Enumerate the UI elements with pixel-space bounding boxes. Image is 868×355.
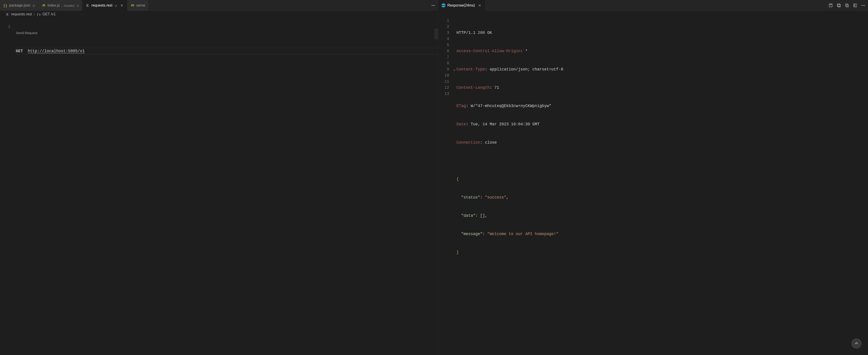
- minimap-slider[interactable]: [434, 29, 438, 39]
- svg-point-27: [864, 5, 865, 6]
- line-number-gutter: 1: [0, 17, 16, 355]
- left-tabbar: {} package.json U JS index.js ...\routes…: [0, 0, 438, 11]
- rest-response-icon: REST: [441, 3, 445, 7]
- tab-modified-indicator: U: [76, 4, 79, 7]
- right-editor[interactable]: 12345678910111213 ⌄ HTTP/1.1 200 OK Acce…: [438, 17, 868, 355]
- tab-requests-rest[interactable]: requests.rest U: [83, 0, 127, 11]
- tab-modified-indicator: U: [33, 4, 35, 7]
- tab-subpath: ...\routes: [61, 4, 74, 7]
- tab-label: package.json: [9, 3, 30, 7]
- split-editor-icon[interactable]: [852, 3, 858, 8]
- tab-overflow-button[interactable]: [431, 3, 436, 8]
- close-icon[interactable]: [120, 3, 124, 7]
- svg-point-6: [432, 5, 432, 6]
- tab-response[interactable]: REST Response(24ms): [438, 0, 485, 11]
- tab-package-json[interactable]: {} package.json U: [0, 0, 38, 11]
- tab-label: index.js: [48, 3, 60, 7]
- line-number-gutter: 12345678910111213: [438, 17, 452, 355]
- code-line[interactable]: }: [456, 249, 868, 255]
- tab-label: Response(24ms): [447, 3, 475, 7]
- tab-index-js[interactable]: JS index.js ...\routes U: [38, 0, 82, 11]
- js-icon: JS: [41, 3, 46, 7]
- js-icon: JS: [130, 3, 134, 7]
- code-line[interactable]: GET http://localhost:5005/v1: [16, 48, 438, 54]
- svg-rect-10: [6, 14, 8, 14]
- copy-icon[interactable]: [844, 3, 849, 8]
- right-tabbar: REST Response(24ms): [438, 0, 868, 11]
- symbol-function-icon: ƒ𝑥: [37, 12, 41, 16]
- rest-file-icon: [6, 13, 9, 16]
- chevron-right-icon: ›: [34, 12, 35, 16]
- tab-modified-indicator: U: [115, 4, 117, 7]
- tab-label: requests.rest: [92, 3, 112, 7]
- svg-rect-18: [846, 5, 848, 7]
- svg-point-26: [863, 5, 864, 6]
- code-line[interactable]: "message": "Welcome to our API homepage!…: [456, 231, 868, 237]
- code-line[interactable]: Connection: close: [456, 140, 868, 146]
- breadcrumb[interactable]: requests.rest › ƒ𝑥 GET /v1: [0, 11, 438, 17]
- code-line[interactable]: ETag: W/"47-mhcuteqQEkb3cw+nyCKWpnigbyw": [456, 103, 868, 109]
- code-line[interactable]: Content-Type: application/json; charset=…: [456, 66, 868, 72]
- fold-gutter: ⌄: [452, 17, 456, 355]
- svg-point-8: [434, 5, 435, 6]
- left-editor[interactable]: 1 Send Request GET http://localhost:5005…: [0, 17, 438, 355]
- code-line[interactable]: "data": [],: [456, 213, 868, 219]
- code-line[interactable]: HTTP/1.1 200 OK: [456, 30, 868, 36]
- code-line[interactable]: Access-Control-Allow-Origin: *: [456, 48, 868, 54]
- breadcrumb-file: requests.rest: [11, 12, 32, 16]
- svg-text:{}: {}: [3, 3, 7, 7]
- tab-serve-js[interactable]: JS serve: [127, 0, 149, 11]
- rest-file-icon: [86, 3, 90, 7]
- svg-rect-19: [845, 4, 848, 6]
- code-line[interactable]: "status": "success",: [456, 194, 868, 201]
- code-line[interactable]: Content-Length: 71: [456, 85, 868, 91]
- save-icon[interactable]: [828, 3, 833, 8]
- svg-rect-14: [829, 4, 832, 7]
- svg-rect-2: [86, 5, 88, 6]
- close-icon[interactable]: [477, 3, 482, 7]
- svg-rect-11: [6, 15, 8, 15]
- svg-rect-9: [6, 13, 8, 13]
- tab-label: serve: [136, 3, 145, 7]
- svg-rect-15: [830, 4, 832, 5]
- code-line[interactable]: Date: Tue, 14 Mar 2023 10:04:30 GMT: [456, 121, 868, 128]
- svg-rect-1: [86, 4, 89, 5]
- svg-point-25: [862, 5, 862, 6]
- http-url: http://localhost:5005/v1: [28, 49, 85, 53]
- codelens-send-request[interactable]: Send Request: [16, 30, 438, 36]
- breadcrumb-symbol: GET /v1: [42, 12, 56, 16]
- http-method: GET: [16, 49, 23, 53]
- svg-rect-3: [86, 6, 89, 6]
- ellipsis-icon[interactable]: [861, 3, 866, 8]
- scroll-to-top-button[interactable]: [851, 338, 862, 349]
- code-line[interactable]: [456, 158, 868, 164]
- save-all-icon[interactable]: [836, 3, 841, 8]
- code-line[interactable]: {: [456, 176, 868, 182]
- json-icon: {}: [3, 3, 7, 7]
- svg-point-7: [433, 5, 434, 6]
- fold-toggle[interactable]: ⌄: [453, 66, 456, 72]
